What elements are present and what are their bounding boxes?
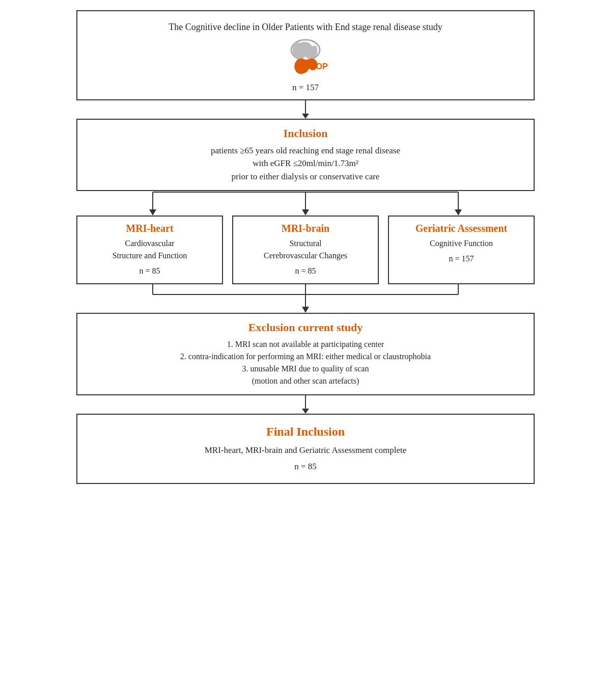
mri-brain-n: n = 85: [238, 265, 373, 277]
final-heading: Final Inclusion: [88, 425, 523, 439]
final-line1: MRI-heart, MRI-brain and Geriatric Asses…: [88, 444, 523, 457]
cope-logo: COPE: [283, 38, 328, 79]
branch-arrows-container: [76, 191, 535, 216]
branch-arrows-svg: [76, 191, 535, 216]
geriatric-line1: Cognitive Function: [394, 237, 529, 250]
exclusion-box: Exclusion current study 1. MRI scan not …: [76, 313, 535, 395]
mri-brain-heading: MRI-brain: [238, 223, 373, 234]
geriatric-box: Geriatric Assessment Cognitive Function …: [388, 216, 535, 284]
inclusion-box: Inclusion patients ≥65 years old reachin…: [76, 119, 535, 192]
exclusion-line3: 3. unusable MRI due to quality of scan: [88, 363, 523, 375]
mri-brain-line2: Cerebrovascular Changes: [238, 250, 373, 262]
exclusion-line4: (motion and other scan artefacts): [88, 375, 523, 387]
geriatric-heading: Geriatric Assessment: [394, 223, 529, 234]
mri-heart-line1: Cardiovascular: [82, 237, 217, 250]
mri-heart-line2: Structure and Function: [82, 250, 217, 262]
mri-heart-box: MRI-heart Cardiovascular Structure and F…: [76, 216, 223, 284]
svg-text:COPE: COPE: [310, 62, 328, 71]
three-boxes: MRI-heart Cardiovascular Structure and F…: [76, 216, 535, 284]
exclusion-line2: 2. contra-indication for performing an M…: [88, 351, 523, 363]
study-title: The Cognitive decline in Older Patients …: [88, 20, 523, 34]
svg-marker-14: [302, 307, 309, 313]
svg-marker-6: [302, 209, 309, 216]
inclusion-line1: patients ≥65 years old reaching end stag…: [88, 144, 523, 157]
arrow-1: [302, 100, 309, 119]
study-n: n = 157: [88, 81, 523, 94]
svg-marker-4: [149, 209, 156, 216]
exclusion-line1: 1. MRI scan not available at participati…: [88, 338, 523, 351]
inclusion-line2: with eGFR ≤20ml/min/1.73m²: [88, 157, 523, 170]
final-n: n = 85: [88, 460, 523, 473]
svg-marker-8: [455, 209, 462, 216]
study-title-box: The Cognitive decline in Older Patients …: [76, 10, 535, 100]
mri-heart-n: n = 85: [82, 265, 217, 277]
exclusion-heading: Exclusion current study: [88, 321, 523, 334]
flowchart: The Cognitive decline in Older Patients …: [76, 10, 535, 484]
mri-brain-line1: Structural: [238, 237, 373, 250]
merge-arrows-svg: [76, 284, 535, 313]
final-inclusion-box: Final Inclusion MRI-heart, MRI-brain and…: [76, 414, 535, 484]
merge-arrows-container: [76, 284, 535, 313]
mri-heart-heading: MRI-heart: [82, 223, 217, 234]
arrow-2: [302, 395, 309, 414]
inclusion-line3: prior to either dialysis or conservative…: [88, 170, 523, 183]
mri-brain-box: MRI-brain Structural Cerebrovascular Cha…: [232, 216, 379, 284]
inclusion-heading: Inclusion: [88, 127, 523, 140]
geriatric-n: n = 157: [394, 253, 529, 265]
